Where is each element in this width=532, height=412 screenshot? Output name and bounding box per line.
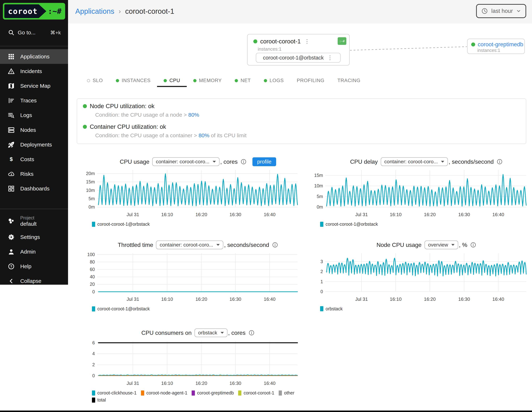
x-tick-label: 16:40 bbox=[264, 381, 276, 386]
chart-unit-suffix: , % bbox=[459, 242, 467, 248]
legend-label: orbstack bbox=[325, 306, 342, 311]
chart-unit-suffix: , seconds/second bbox=[224, 242, 269, 248]
info-icon[interactable] bbox=[240, 159, 247, 165]
x-tick-label: 16:30 bbox=[229, 212, 241, 217]
y-tick-label: 15m bbox=[314, 173, 323, 178]
legend-item[interactable]: coroot-greptimedb bbox=[192, 390, 234, 395]
x-tick-label: 16:30 bbox=[458, 212, 470, 217]
chart-title-row-consumers: CPU consumers onorbstack, cores bbox=[98, 327, 297, 338]
x-tick-label: 16:10 bbox=[161, 212, 173, 217]
legend-swatch bbox=[92, 306, 95, 311]
chart-selector-throttled[interactable]: container: coroot-coro... bbox=[156, 241, 223, 249]
y-tick-label: 2 bbox=[321, 269, 323, 274]
x-tick-label: 16:30 bbox=[229, 381, 241, 386]
y-tick-label: 4 bbox=[92, 351, 95, 356]
info-icon[interactable] bbox=[248, 330, 255, 336]
chart-title-row-throttled: Throttled timecontainer: coroot-coro...,… bbox=[98, 239, 297, 250]
y-tick-label: 1 bbox=[321, 279, 323, 284]
chart-title: Node CPU usage bbox=[377, 242, 422, 248]
x-tick-label: Jul 31 bbox=[127, 212, 139, 217]
legend-item[interactable]: coroot-coroot-1 bbox=[238, 390, 274, 395]
chart-title-row-node-cpu: Node CPU usageoverview, % bbox=[327, 239, 526, 250]
profile-button[interactable]: profile bbox=[252, 157, 276, 166]
legend-label: coroot-clickhouse-1 bbox=[97, 390, 137, 395]
chart-unit-suffix: , seconds/second bbox=[449, 159, 494, 165]
y-tick-label: 5m bbox=[88, 196, 95, 201]
chart-legend-consumers: coroot-clickhouse-1coroot-node-agent-1co… bbox=[92, 390, 305, 403]
legend-item[interactable]: coroot-coroot-1@orbstack bbox=[320, 222, 378, 227]
chart-cpu-usage: 0m5m10m15m20mJul 3116:1016:2016:3016:40 bbox=[86, 170, 297, 217]
y-tick-label: 20 bbox=[90, 281, 95, 287]
x-tick-label: 16:20 bbox=[195, 296, 207, 302]
x-tick-label: Jul 31 bbox=[355, 212, 368, 217]
y-tick-label: 0 bbox=[92, 289, 95, 294]
legend-label: coroot-greptimedb bbox=[197, 390, 234, 395]
y-tick-label: 20m bbox=[86, 171, 95, 176]
legend-label: coroot-coroot-1 bbox=[244, 390, 274, 395]
y-tick-label: 5m bbox=[317, 194, 323, 199]
caret-down-icon bbox=[451, 244, 455, 246]
y-tick-label: 0m bbox=[317, 204, 323, 209]
legend-swatch bbox=[320, 306, 323, 311]
info-icon[interactable] bbox=[470, 242, 476, 248]
legend-item[interactable]: coroot-node-agent-1 bbox=[141, 390, 188, 395]
chart-selector-cpu-delay[interactable]: container: coroot-coro... bbox=[381, 157, 448, 166]
chart-throttled: 020406080100Jul 3116:1016:2016:3016:40 bbox=[87, 252, 297, 302]
legend-label: coroot-coroot-1@orbstack bbox=[97, 222, 150, 227]
caret-down-icon bbox=[441, 161, 444, 163]
legend-item[interactable]: coroot-clickhouse-1 bbox=[92, 390, 137, 395]
chart-legend-cpu-usage: coroot-coroot-1@orbstack bbox=[92, 222, 305, 227]
y-tick-label: 100 bbox=[87, 252, 95, 257]
legend-swatch bbox=[238, 391, 241, 395]
y-tick-label: 10m bbox=[86, 188, 95, 193]
x-tick-label: 16:20 bbox=[424, 296, 436, 302]
y-tick-label: 60 bbox=[90, 267, 95, 272]
x-tick-label: 16:10 bbox=[390, 296, 401, 302]
legend-swatch bbox=[92, 398, 95, 403]
x-tick-label: 16:20 bbox=[195, 381, 207, 386]
y-tick-label: 10m bbox=[314, 183, 323, 188]
y-tick-label: 0 bbox=[321, 289, 323, 294]
charts-layer: 0m5m10m15m20mJul 3116:1016:2016:3016:400… bbox=[0, 0, 532, 412]
info-icon[interactable] bbox=[272, 242, 278, 248]
legend-swatch bbox=[279, 391, 282, 395]
legend-item[interactable]: coroot-coroot-1@orbstack bbox=[92, 222, 150, 227]
legend-item[interactable]: orbstack bbox=[320, 306, 342, 311]
x-tick-label: Jul 31 bbox=[127, 381, 139, 386]
y-tick-label: 6 bbox=[92, 340, 95, 345]
y-tick-label: 80 bbox=[90, 259, 95, 264]
legend-item[interactable]: other bbox=[279, 390, 294, 395]
chart-title-row-cpu-usage: CPU usagecontainer: coroot-coro..., core… bbox=[98, 156, 297, 167]
legend-label: coroot-coroot-1@orbstack bbox=[325, 222, 378, 227]
series-orbstack bbox=[327, 258, 526, 276]
series-coroot-coroot-1@orbstack bbox=[327, 175, 526, 206]
legend-item[interactable]: total bbox=[92, 397, 106, 403]
chart-consumers: 0246Jul 3116:1016:2016:3016:40 bbox=[92, 340, 297, 386]
legend-label: other bbox=[284, 390, 294, 395]
chart-title: CPU usage bbox=[120, 159, 150, 165]
y-tick-label: 15m bbox=[86, 179, 95, 184]
legend-swatch bbox=[320, 222, 323, 227]
x-tick-label: 16:30 bbox=[458, 296, 470, 302]
chart-unit-suffix: , cores bbox=[220, 159, 238, 165]
legend-swatch bbox=[192, 391, 195, 395]
chart-selector-node-cpu[interactable]: overview bbox=[425, 241, 458, 249]
legend-swatch bbox=[92, 391, 95, 395]
legend-item[interactable]: coroot-coroot-1@orbstack bbox=[92, 306, 150, 311]
caret-down-icon bbox=[221, 332, 224, 334]
y-tick-label: 3 bbox=[321, 259, 323, 264]
chart-selector-cpu-usage[interactable]: container: coroot-coro... bbox=[152, 157, 219, 166]
chart-legend-throttled: coroot-coroot-1@orbstack bbox=[92, 306, 305, 311]
y-tick-label: 0 bbox=[92, 373, 95, 378]
chart-legend-cpu-delay: coroot-coroot-1@orbstack bbox=[320, 222, 532, 227]
info-icon[interactable] bbox=[496, 159, 503, 165]
x-tick-label: 16:10 bbox=[161, 381, 173, 386]
chart-selector-consumers[interactable]: orbstack bbox=[195, 328, 228, 337]
legend-label: coroot-node-agent-1 bbox=[146, 390, 188, 395]
chart-title: CPU consumers on bbox=[141, 329, 191, 336]
chart-title-row-cpu-delay: CPU delaycontainer: coroot-coro..., seco… bbox=[327, 156, 526, 167]
x-tick-label: 16:40 bbox=[492, 296, 504, 302]
legend-label: coroot-coroot-1@orbstack bbox=[97, 306, 150, 311]
caret-down-icon bbox=[213, 161, 216, 163]
y-tick-label: 40 bbox=[90, 274, 95, 279]
